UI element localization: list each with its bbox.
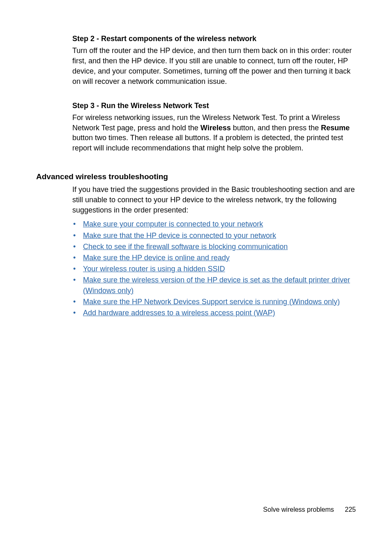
link-hp-device-connected[interactable]: Make sure that the HP device is connecte… (83, 231, 276, 240)
list-item: Make sure your computer is connected to … (72, 219, 356, 229)
document-page: Step 2 - Restart components of the wirel… (0, 0, 392, 318)
step-2-title: Step 2 - Restart components of the wirel… (72, 34, 356, 44)
list-item: Make sure the wireless version of the HP… (72, 275, 356, 296)
section-intro: If you have tried the suggestions provid… (72, 185, 356, 215)
page-footer: Solve wireless problems 225 (263, 506, 356, 513)
link-default-printer-driver[interactable]: Make sure the wireless version of the HP… (83, 276, 350, 294)
step-2-body: Turn off the router and the HP device, a… (72, 46, 356, 86)
step-3-body-post: button two times. Then release all butto… (72, 134, 343, 152)
step-3-block: Step 3 - Run the Wireless Network Test F… (72, 101, 356, 154)
list-item: Check to see if the firewall software is… (72, 242, 356, 252)
step-3-title: Step 3 - Run the Wireless Network Test (72, 101, 356, 111)
step-3-bold-resume: Resume (321, 124, 350, 132)
footer-page-number: 225 (345, 506, 356, 513)
step-2-block: Step 2 - Restart components of the wirel… (72, 34, 356, 87)
step-3-body: For wireless networking issues, run the … (72, 113, 356, 153)
link-firewall-blocking[interactable]: Check to see if the firewall software is… (83, 243, 288, 251)
list-item: Make sure that the HP device is connecte… (72, 231, 356, 241)
bullet-link-list: Make sure your computer is connected to … (72, 219, 356, 318)
step-3-body-mid: button, and then press the (231, 124, 321, 132)
list-item: Make sure the HP Network Devices Support… (72, 297, 356, 307)
list-item: Add hardware addresses to a wireless acc… (72, 308, 356, 318)
footer-section-title: Solve wireless problems (263, 506, 334, 513)
link-wap-hardware-addresses[interactable]: Add hardware addresses to a wireless acc… (83, 309, 275, 317)
section-heading-adv-troubleshooting: Advanced wireless troubleshooting (36, 172, 356, 181)
list-item: Your wireless router is using a hidden S… (72, 264, 356, 274)
link-hidden-ssid[interactable]: Your wireless router is using a hidden S… (83, 265, 225, 273)
link-network-devices-support[interactable]: Make sure the HP Network Devices Support… (83, 298, 340, 306)
link-computer-connected[interactable]: Make sure your computer is connected to … (83, 220, 263, 228)
link-online-ready[interactable]: Make sure the HP device is online and re… (83, 254, 230, 262)
step-3-bold-wireless: Wireless (201, 124, 231, 132)
list-item: Make sure the HP device is online and re… (72, 253, 356, 263)
